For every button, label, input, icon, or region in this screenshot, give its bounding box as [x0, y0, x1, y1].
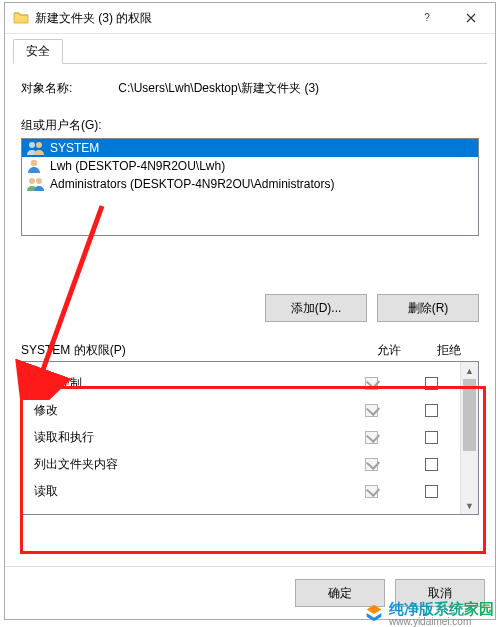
user-icon	[26, 158, 46, 174]
allow-checkbox[interactable]	[365, 485, 378, 498]
permission-row: 读取和执行	[22, 424, 461, 451]
folder-icon	[13, 10, 29, 26]
users-icon	[26, 176, 46, 192]
list-item[interactable]: Administrators (DESKTOP-4N9R2OU\Administ…	[22, 175, 478, 193]
svg-point-2	[36, 142, 42, 148]
permission-row: 修改	[22, 397, 461, 424]
permissions-list: 完全控制 修改 读取和执行 列出文件夹内	[21, 361, 479, 515]
allow-checkbox[interactable]	[365, 431, 378, 444]
allow-header: 允许	[359, 342, 419, 359]
scroll-up-icon[interactable]: ▲	[461, 362, 478, 379]
permissions-dialog: 新建文件夹 (3) 的权限 ? 安全 对象名称: C:\Users\Lwh\De…	[4, 2, 496, 620]
users-icon	[26, 140, 46, 156]
svg-point-5	[36, 178, 42, 184]
groups-label: 组或用户名(G):	[21, 117, 479, 134]
permission-row: 完全控制	[22, 370, 461, 397]
permission-row: 列出文件夹内容	[22, 451, 461, 478]
list-item-label: Administrators (DESKTOP-4N9R2OU\Administ…	[50, 177, 335, 191]
object-name-label: 对象名称:	[21, 80, 72, 97]
list-item-label: SYSTEM	[50, 141, 99, 155]
permission-row: 读取	[22, 478, 461, 505]
deny-checkbox[interactable]	[425, 458, 438, 471]
watermark-brand: 纯净版系统家园	[389, 601, 494, 617]
object-name-row: 对象名称: C:\Users\Lwh\Desktop\新建文件夹 (3)	[21, 80, 479, 97]
permissions-header: SYSTEM 的权限(P) 允许 拒绝	[21, 342, 479, 359]
close-button[interactable]	[449, 3, 493, 33]
deny-header: 拒绝	[419, 342, 479, 359]
permission-name: 读取	[34, 483, 341, 500]
security-panel: 对象名称: C:\Users\Lwh\Desktop\新建文件夹 (3) 组或用…	[13, 64, 487, 515]
permission-name: 完全控制	[34, 375, 341, 392]
scrollbar[interactable]: ▲ ▼	[460, 362, 478, 514]
svg-point-1	[29, 142, 35, 148]
window-title: 新建文件夹 (3) 的权限	[35, 10, 405, 27]
svg-point-3	[31, 160, 37, 166]
scroll-thumb[interactable]	[463, 379, 476, 451]
tab-strip: 安全	[13, 40, 487, 64]
permissions-title: SYSTEM 的权限(P)	[21, 342, 359, 359]
deny-checkbox[interactable]	[425, 377, 438, 390]
object-name-value: C:\Users\Lwh\Desktop\新建文件夹 (3)	[118, 80, 319, 97]
groups-list[interactable]: SYSTEM Lwh (DESKTOP-4N9R2OU\Lwh) Adminis…	[21, 138, 479, 236]
svg-point-4	[29, 178, 35, 184]
list-item-label: Lwh (DESKTOP-4N9R2OU\Lwh)	[50, 159, 225, 173]
watermark-url: www.yidaimei.com	[389, 617, 494, 628]
list-item[interactable]: SYSTEM	[22, 139, 478, 157]
tab-security[interactable]: 安全	[13, 39, 63, 64]
allow-checkbox[interactable]	[365, 458, 378, 471]
add-button[interactable]: 添加(D)...	[265, 294, 367, 322]
allow-checkbox[interactable]	[365, 377, 378, 390]
titlebar: 新建文件夹 (3) 的权限 ?	[5, 3, 495, 34]
deny-checkbox[interactable]	[425, 485, 438, 498]
permission-name: 读取和执行	[34, 429, 341, 446]
list-item[interactable]: Lwh (DESKTOP-4N9R2OU\Lwh)	[22, 157, 478, 175]
permission-name: 列出文件夹内容	[34, 456, 341, 473]
client-area: 安全 对象名称: C:\Users\Lwh\Desktop\新建文件夹 (3) …	[5, 34, 495, 515]
permission-name: 修改	[34, 402, 341, 419]
help-button[interactable]: ?	[405, 3, 449, 33]
groups-buttons: 添加(D)... 删除(R)	[21, 294, 479, 322]
svg-text:?: ?	[424, 13, 430, 23]
watermark-logo-icon	[363, 603, 385, 625]
allow-checkbox[interactable]	[365, 404, 378, 417]
deny-checkbox[interactable]	[425, 431, 438, 444]
remove-button[interactable]: 删除(R)	[377, 294, 479, 322]
scroll-down-icon[interactable]: ▼	[461, 497, 478, 514]
watermark: 纯净版系统家园 www.yidaimei.com	[363, 601, 494, 627]
deny-checkbox[interactable]	[425, 404, 438, 417]
